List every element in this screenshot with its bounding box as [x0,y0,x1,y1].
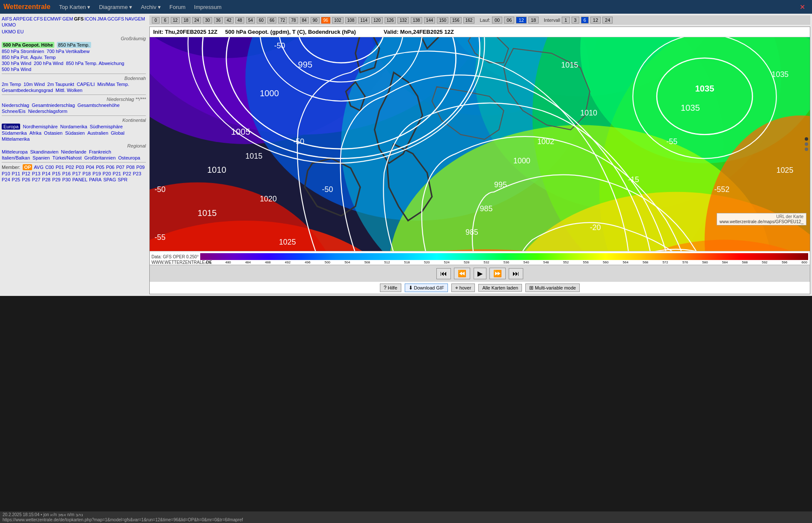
member-panel[interactable]: PANEL [72,177,87,182]
model-cfs[interactable]: CFS [33,16,43,21]
region-frankreich[interactable]: Frankreich [89,149,111,154]
timestep-36[interactable]: 36 [214,17,223,24]
region-niederlande[interactable]: Niederlande [61,149,86,154]
timestep-66[interactable]: 66 [267,17,276,24]
member-p14[interactable]: P14 [42,171,50,176]
region-mittelamerika[interactable]: Mittelamerika [2,136,30,142]
param-300hpa-wind[interactable]: 300 hPa Wind [2,61,31,66]
play-button[interactable]: ▶ [474,268,486,279]
model-aifs[interactable]: AIFS [2,16,12,21]
timestep-150[interactable]: 150 [437,17,448,24]
param-850hpa-stromlinien[interactable]: 850 hPa Stromlinien [2,49,44,54]
member-p29[interactable]: P29 [52,177,61,182]
param-700hpa-vertikalbew[interactable]: 700 hPa Vertikalbew [47,49,89,54]
param-10m-wind[interactable]: 10m Wind [24,82,45,87]
timestep-12[interactable]: 12 [171,17,180,24]
region-nordhemisphare[interactable]: Nordhemisphäre [23,124,57,129]
member-p11[interactable]: P11 [12,171,21,176]
download-gif-button[interactable]: ⬇ Download GIF [405,284,448,292]
member-para[interactable]: PARA [89,177,101,182]
nav-archiv[interactable]: Archiv [137,2,164,12]
lauf-00[interactable]: 00 [492,17,502,24]
param-gesamtbedeckungsgrad[interactable]: Gesamtbedeckungsgrad [2,88,53,93]
ukmo-link[interactable]: UKMO [2,29,16,34]
region-sudhemisphare[interactable]: Südhemisphäre [90,124,123,129]
member-p15[interactable]: P15 [52,171,61,176]
member-p25[interactable]: P25 [12,177,21,182]
timestep-138[interactable]: 138 [411,17,422,24]
next-frame-button[interactable]: ⏩ [489,268,506,279]
member-p08[interactable]: P08 [126,165,135,170]
help-button[interactable]: ? Hilfe [380,284,401,292]
timestep-114[interactable]: 114 [358,17,370,24]
member-avg[interactable]: AVG [34,165,43,170]
member-p16[interactable]: P16 [62,171,71,176]
param-niederschlag[interactable]: Niederschlag [2,103,29,108]
member-p21[interactable]: P21 [113,171,121,176]
eu-link[interactable]: EU [17,29,24,34]
region-australien[interactable]: Australien [87,130,108,136]
nav-impressum[interactable]: Impressum [191,2,225,12]
hover-button[interactable]: ⌖ hover [451,284,475,292]
region-grossbritannien[interactable]: Großbritannien [84,155,116,160]
load-all-button[interactable]: Alle Karten laden [478,284,522,292]
model-jma[interactable]: JMA [97,16,107,21]
intervall-6[interactable]: 6 [581,17,589,24]
lauf-06[interactable]: 06 [504,17,514,24]
member-p18[interactable]: P18 [83,171,91,176]
param-gesamtniederschlag[interactable]: Gesamtniederschlag [32,103,75,108]
member-p22[interactable]: P22 [123,171,131,176]
param-min-max-temp[interactable]: Min/Max Temp. [98,82,129,87]
timestep-84[interactable]: 84 [300,17,309,24]
region-turkei-nahost[interactable]: Türkei/Nahost [52,155,81,160]
first-frame-button[interactable]: ⏮ [436,268,451,279]
intervall-24[interactable]: 24 [602,17,613,24]
param-500hpa-wind[interactable]: 500 hPa Wind [2,67,31,72]
multi-variable-button[interactable]: ⊞ Multi-variable mode [525,284,580,292]
timestep-0[interactable]: 0 [152,17,160,24]
param-schnee-eis[interactable]: Schnee/Eis [2,109,26,114]
region-europa[interactable]: Europa [2,124,20,130]
model-gcgfs[interactable]: GCGFS [107,16,124,21]
param-500hpa-geopot[interactable]: 500 hPa Geopot. Höhe [2,42,54,48]
member-c00[interactable]: C00 [45,165,54,170]
timestep-108[interactable]: 108 [345,17,357,24]
param-850hpa-temp[interactable]: 850 hPa Temp. [57,42,91,48]
timestep-120[interactable]: 120 [371,17,383,24]
nav-forum[interactable]: Forum [166,2,189,12]
param-gesamtschneehoehe[interactable]: Gesamtschneehöhe [77,103,119,108]
timestep-132[interactable]: 132 [397,17,409,24]
dot-2[interactable] [805,142,808,146]
region-global[interactable]: Global [111,130,124,136]
member-p03[interactable]: P03 [76,165,84,170]
lauf-18[interactable]: 18 [528,17,539,24]
member-p30[interactable]: P30 [62,177,71,182]
timestep-42[interactable]: 42 [225,17,234,24]
member-p02[interactable]: P02 [66,165,74,170]
timestep-96[interactable]: 96 [321,17,330,24]
region-ostasien[interactable]: Ostasien [44,130,62,136]
dot-3[interactable] [805,148,808,151]
dot-1[interactable] [805,137,808,141]
member-p09[interactable]: P09 [136,165,145,170]
timestep-48[interactable]: 48 [235,17,244,24]
timestep-30[interactable]: 30 [203,17,212,24]
region-spanien[interactable]: Spanien [33,155,50,160]
nav-top-karten[interactable]: Top Karten [56,2,94,12]
timestep-144[interactable]: 144 [424,17,436,24]
region-mitteleuropa[interactable]: Mitteleuropa [2,149,28,154]
nav-diagramme[interactable]: Diagramme [95,2,136,12]
timestep-156[interactable]: 156 [450,17,462,24]
lauf-12[interactable]: 12 [516,17,526,24]
member-p27[interactable]: P27 [32,177,41,182]
map-image-area[interactable]: 985 990 995 1000 1005 1010 1015 1020 102… [150,37,810,251]
model-arpege[interactable]: ARPEGE [13,16,33,21]
timestep-102[interactable]: 102 [332,17,344,24]
region-italien-balkan[interactable]: Italien/Balkan [2,155,30,160]
close-icon[interactable]: ✕ [796,1,809,13]
region-nordamerika[interactable]: Nordamerika [60,124,87,129]
site-logo[interactable]: Wetterzentrale [3,3,50,11]
model-ukmo[interactable]: UKMO [2,22,16,27]
timestep-78[interactable]: 78 [289,17,298,24]
member-p07[interactable]: P07 [116,165,124,170]
